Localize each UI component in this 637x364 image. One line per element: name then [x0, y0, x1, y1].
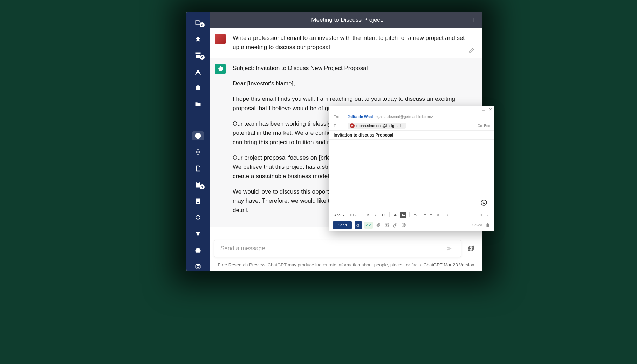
footer-text: Free Research Preview. ChatGPT may produ…: [218, 262, 423, 267]
footer-version-link[interactable]: ChatGPT Mar 23 Version: [424, 262, 474, 267]
chatgpt-app-icon[interactable]: [192, 131, 204, 140]
folder-icon[interactable]: [192, 100, 204, 109]
italic-icon[interactable]: I: [373, 212, 378, 218]
compose-actions: Send ◷ ✓✓ Saved: [329, 219, 494, 231]
archive-badge: 6: [200, 55, 205, 60]
send-button[interactable]: Send: [333, 221, 352, 229]
chat-input[interactable]: Send a message.: [214, 240, 461, 257]
saved-label: Saved: [472, 223, 482, 227]
grammarly-icon[interactable]: G: [481, 200, 487, 206]
underline-icon[interactable]: U: [381, 212, 386, 218]
bcc-link[interactable]: Bcc: [484, 124, 490, 128]
svg-point-4: [386, 224, 386, 225]
chat-title: Meeting to Discuss Project.: [224, 16, 471, 23]
minimize-icon[interactable]: —: [474, 107, 478, 111]
attach-icon[interactable]: [376, 222, 381, 228]
svg-point-6: [403, 224, 403, 225]
svg-point-2: [199, 265, 200, 266]
bullet-list-icon[interactable]: ⋮≡: [420, 212, 426, 218]
maximize-icon[interactable]: ☐: [482, 107, 485, 112]
inbox-icon[interactable]: 3: [192, 18, 204, 27]
subject-row[interactable]: Invitation to discuss Proposal: [329, 131, 494, 140]
tracking-toggle[interactable]: OFF ▼: [477, 213, 491, 217]
from-name[interactable]: Jalita de Waal: [348, 114, 373, 119]
recipient-email: mona.simmons@insights.io: [356, 124, 404, 128]
indent-icon[interactable]: ⇥: [444, 212, 449, 218]
bold-icon[interactable]: B: [365, 212, 371, 218]
text-color-icon[interactable]: A▾: [393, 212, 398, 218]
chat-input-row: Send a message.: [210, 237, 482, 260]
close-icon[interactable]: ✕: [489, 107, 492, 112]
send-icon[interactable]: [192, 67, 204, 76]
compose-titlebar: — ☐ ✕: [329, 106, 494, 112]
link-icon[interactable]: [392, 222, 398, 228]
edit-message-icon[interactable]: [468, 47, 475, 54]
email-subject: Subject: Invitation to Discuss New Proje…: [233, 64, 468, 73]
briefcase-icon[interactable]: [192, 84, 204, 92]
chat-header: Meeting to Discuss Project. +: [210, 12, 482, 28]
svg-point-1: [197, 265, 199, 268]
user-message-text: Write a professional email to an investo…: [233, 34, 468, 52]
from-row: From Jalita de Waal <jalita.dewaal@getma…: [329, 112, 494, 121]
user-message: Write a professional email to an investo…: [210, 28, 482, 58]
star-icon[interactable]: [192, 35, 204, 43]
regenerate-icon[interactable]: [467, 245, 475, 252]
highlight-icon[interactable]: A▾: [400, 212, 406, 218]
chat-footer: Free Research Preview. ChatGPT may produ…: [210, 260, 482, 271]
calendar-icon[interactable]: 1: [192, 181, 204, 189]
svg-point-7: [404, 224, 404, 225]
font-select[interactable]: Arial ▼: [333, 213, 346, 217]
drive-icon[interactable]: [192, 246, 204, 255]
to-label: To: [334, 124, 344, 128]
delete-draft-icon[interactable]: [485, 222, 491, 228]
outdent-icon[interactable]: ⇤: [436, 212, 441, 218]
recipient-avatar: M: [350, 123, 355, 128]
from-email: <jalita.dewaal@getmailbird.com>: [376, 114, 433, 119]
cc-link[interactable]: Cc: [478, 124, 482, 128]
nav-icon[interactable]: [192, 230, 204, 238]
slack-icon[interactable]: [192, 148, 204, 156]
archive-icon[interactable]: 6: [192, 51, 204, 60]
cc-bcc-group: Cc Bcc: [478, 124, 490, 128]
new-chat-icon[interactable]: +: [471, 14, 477, 26]
menu-icon[interactable]: [215, 16, 224, 24]
svg-point-5: [402, 223, 405, 227]
inbox-badge: 3: [200, 22, 205, 27]
email-greeting: Dear [Investor's Name],: [233, 79, 468, 88]
contacts-icon[interactable]: [192, 197, 204, 205]
read-receipt-icon[interactable]: ✓✓: [364, 222, 373, 229]
emoji-icon[interactable]: [401, 222, 406, 228]
instagram-icon[interactable]: [192, 262, 204, 271]
subject-input[interactable]: Invitation to discuss Proposal: [334, 133, 393, 138]
send-options-icon[interactable]: ◷: [355, 221, 362, 229]
calendar-badge: 1: [200, 184, 205, 189]
to-row: To M mona.simmons@insights.io Cc Bcc: [329, 121, 494, 131]
number-list-icon[interactable]: ≡: [428, 212, 434, 218]
format-toolbar: Arial ▼ 10 ▼ B I U A▾ A▾ ≡▾ ⋮≡ ≡ ⇤ ⇥ OFF…: [329, 211, 494, 219]
document-icon[interactable]: [192, 164, 204, 173]
align-icon[interactable]: ≡▾: [413, 212, 418, 218]
app-sidebar: 3 6 1: [186, 12, 210, 271]
bot-avatar: [215, 64, 226, 74]
send-message-icon[interactable]: [446, 245, 452, 252]
compose-body[interactable]: G: [329, 140, 494, 211]
compose-window: — ☐ ✕ From Jalita de Waal <jalita.dewaal…: [329, 106, 494, 231]
size-select[interactable]: 10 ▼: [348, 213, 358, 217]
from-label: From: [334, 114, 344, 119]
refresh-app-icon[interactable]: [192, 213, 204, 222]
user-avatar: [215, 34, 226, 44]
recipient-chip[interactable]: M mona.simmons@insights.io: [348, 122, 406, 129]
image-icon[interactable]: [384, 222, 390, 228]
